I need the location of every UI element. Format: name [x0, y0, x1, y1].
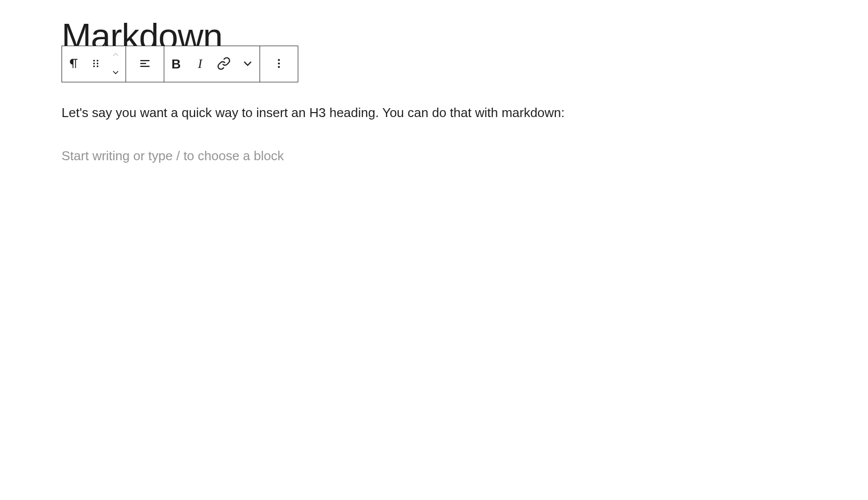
more-vertical-icon	[272, 57, 286, 72]
link-button[interactable]	[212, 46, 236, 82]
drag-icon	[89, 57, 103, 72]
move-up-button[interactable]	[106, 46, 126, 64]
paragraph-block[interactable]: Let's say you want a quick way to insert…	[62, 103, 868, 123]
svg-point-0	[93, 60, 95, 62]
svg-point-1	[97, 60, 99, 62]
align-left-icon	[138, 57, 152, 72]
italic-icon: I	[198, 57, 202, 71]
svg-rect-7	[140, 62, 146, 63]
more-options-button[interactable]	[260, 46, 298, 82]
block-toolbar: B I	[62, 46, 298, 82]
svg-point-10	[278, 62, 280, 64]
svg-point-2	[93, 62, 95, 64]
svg-rect-6	[140, 60, 150, 61]
move-controls	[106, 46, 126, 82]
bold-button[interactable]: B	[164, 46, 188, 82]
svg-point-4	[93, 65, 95, 67]
svg-rect-8	[140, 65, 150, 66]
chevron-up-icon	[111, 50, 121, 61]
chevron-down-icon	[241, 57, 255, 72]
svg-point-11	[278, 65, 280, 67]
empty-block-placeholder[interactable]: Start writing or type / to choose a bloc…	[62, 146, 868, 166]
toolbar-group-block	[62, 46, 126, 82]
move-down-button[interactable]	[106, 64, 126, 82]
editor-container: Markdown	[0, 0, 868, 166]
svg-point-3	[97, 62, 99, 64]
paragraph-icon	[67, 57, 81, 72]
content-area: Let's say you want a quick way to insert…	[62, 103, 868, 166]
more-format-button[interactable]	[236, 46, 260, 82]
chevron-down-icon	[111, 67, 121, 79]
link-icon	[217, 57, 231, 72]
bold-icon: B	[172, 57, 181, 72]
svg-point-5	[97, 65, 99, 67]
toolbar-group-more	[260, 46, 298, 82]
align-button[interactable]	[126, 46, 164, 82]
paragraph-block-button[interactable]	[62, 46, 86, 82]
italic-button[interactable]: I	[188, 46, 212, 82]
svg-point-9	[278, 59, 280, 61]
toolbar-group-format: B I	[164, 46, 260, 82]
toolbar-group-align	[126, 46, 164, 82]
drag-handle-button[interactable]	[86, 46, 106, 82]
